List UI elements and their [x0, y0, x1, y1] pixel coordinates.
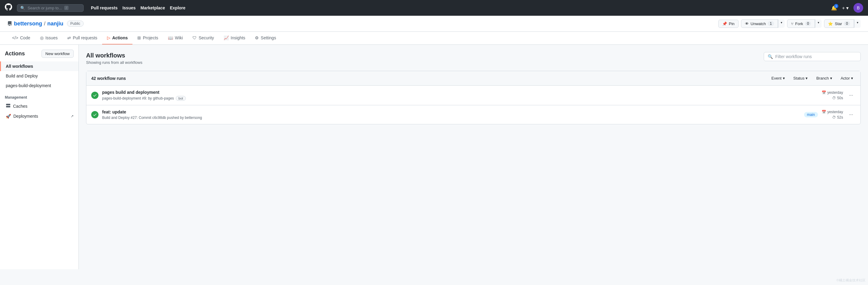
tab-wiki[interactable]: 📖 Wiki [163, 32, 188, 44]
issues-icon: ◎ [40, 35, 44, 40]
run-status-icon-1 [91, 92, 98, 99]
content-title-group: All workflows Showing runs from all work… [86, 52, 143, 65]
sidebar-header: Actions New workflow [0, 49, 79, 62]
management-section-title: Management [0, 91, 79, 101]
run-time-1: 📅 yesterday ⏱ 50s [822, 91, 843, 100]
eye-icon: 👁 [745, 22, 749, 26]
top-navbar: 🔍 Search or jump to... / Pull requests I… [0, 0, 868, 16]
insights-icon: 📈 [224, 35, 229, 40]
sidebar-item-build-deploy[interactable]: Build and Deploy [0, 71, 79, 81]
page-title: All workflows [86, 52, 143, 59]
run-time-label-1: 📅 yesterday [822, 91, 843, 95]
settings-icon: ⚙ [255, 35, 259, 40]
external-link-icon: ↗ [71, 114, 74, 118]
run-branch-badge-2: main [804, 112, 818, 117]
search-placeholder: Search or jump to... [28, 6, 62, 10]
tab-pull-requests[interactable]: ⇄ Pull requests [62, 32, 102, 44]
breadcrumb: bettersong / nanjiu Public [7, 21, 84, 27]
tab-issues[interactable]: ◎ Issues [35, 32, 62, 44]
unwatch-dropdown[interactable]: ▾ [778, 20, 785, 28]
sidebar-item-all-workflows[interactable]: All workflows [0, 62, 79, 71]
fork-group: ⑂ Fork 0 ▾ [787, 20, 822, 28]
search-icon: 🔍 [20, 6, 25, 10]
pin-button[interactable]: 📌 Pin [718, 20, 739, 28]
actions-icon: ▷ [107, 35, 110, 40]
star-button[interactable]: ⭐ Star 0 [824, 20, 854, 28]
repo-separator: / [44, 21, 45, 27]
filter-search-box[interactable]: 🔍 Filter workflow runs [764, 52, 861, 61]
run-duration-1: ⏱ 50s [832, 96, 843, 100]
repo-icon [7, 21, 12, 26]
github-logo[interactable] [5, 3, 12, 12]
projects-icon: ⊞ [137, 35, 141, 40]
fork-icon: ⑂ [791, 22, 794, 26]
sidebar-item-pages-build[interactable]: pages-build-deployment [0, 81, 79, 91]
run-meta-2: Build and Deploy #27: Commit c6c98db pus… [102, 115, 800, 120]
run-more-button-1[interactable]: ··· [847, 92, 856, 99]
navbar-right: 🔔 1 + ▾ B [831, 3, 863, 13]
repo-actions: 📌 Pin 👁 Unwatch 1 ▾ ⑂ Fork 0 ▾ ⭐ Sta [718, 20, 861, 28]
run-time-2: 📅 yesterday ⏱ 52s [822, 110, 843, 119]
run-info-2: feat: update Build and Deploy #27: Commi… [102, 109, 800, 120]
run-time-label-2: 📅 yesterday [822, 110, 843, 114]
repo-name[interactable]: nanjiu [47, 21, 63, 27]
star-dropdown[interactable]: ▾ [854, 20, 861, 28]
star-group: ⭐ Star 0 ▾ [824, 20, 861, 28]
new-workflow-button[interactable]: New workflow [41, 49, 74, 58]
sidebar-item-caches[interactable]: Caches [0, 101, 79, 111]
filter-actor[interactable]: Actor ▾ [838, 75, 856, 82]
wiki-icon: 📖 [168, 35, 173, 40]
deployments-icon: 🚀 [6, 114, 11, 118]
pr-icon: ⇄ [67, 35, 71, 40]
caches-icon [6, 103, 10, 109]
search-slash: / [64, 6, 68, 10]
navbar-link-explore[interactable]: Explore [170, 5, 185, 10]
calendar-icon-1: 📅 [822, 91, 826, 95]
unwatch-button[interactable]: 👁 Unwatch 1 [741, 20, 778, 28]
tab-actions[interactable]: ▷ Actions [102, 32, 132, 44]
actor-dropdown-icon: ▾ [851, 76, 853, 80]
repo-owner[interactable]: bettersong [14, 21, 42, 27]
tab-insights[interactable]: 📈 Insights [219, 32, 250, 44]
filter-status[interactable]: Status ▾ [791, 75, 810, 82]
sidebar: Actions New workflow All workflows Build… [0, 45, 79, 269]
unwatch-group: 👁 Unwatch 1 ▾ [741, 20, 785, 28]
page-subtitle: Showing runs from all workflows [86, 60, 143, 65]
clock-icon-2: ⏱ [832, 115, 836, 119]
filter-search-icon: 🔍 [768, 54, 773, 59]
repo-visibility-badge: Public [67, 21, 84, 27]
filter-placeholder: Filter workflow runs [775, 54, 812, 59]
filter-branch[interactable]: Branch ▾ [814, 75, 834, 82]
tab-projects[interactable]: ⊞ Projects [132, 32, 163, 44]
run-more-button-2[interactable]: ··· [847, 111, 856, 118]
run-item-feat-update[interactable]: feat: update Build and Deploy #27: Commi… [86, 105, 861, 124]
sidebar-title: Actions [5, 50, 25, 57]
fork-button[interactable]: ⑂ Fork 0 [787, 20, 815, 28]
runs-header: 42 workflow runs Event ▾ Status ▾ Branch… [86, 71, 861, 85]
clock-icon-1: ⏱ [832, 96, 836, 100]
fork-dropdown[interactable]: ▾ [815, 20, 822, 28]
repo-header: bettersong / nanjiu Public 📌 Pin 👁 Unwat… [0, 16, 868, 32]
calendar-icon-2: 📅 [822, 110, 826, 114]
content-header: All workflows Showing runs from all work… [86, 52, 861, 65]
create-button[interactable]: + ▾ [842, 5, 848, 11]
user-avatar[interactable]: B [854, 3, 863, 13]
sidebar-item-deployments[interactable]: 🚀 Deployments ↗ [0, 111, 79, 121]
tab-settings[interactable]: ⚙ Settings [250, 32, 281, 44]
navbar-link-marketplace[interactable]: Marketplace [141, 5, 165, 10]
navbar-link-issues[interactable]: Issues [122, 5, 136, 10]
run-item-pages-build[interactable]: pages build and deployment pages-build-d… [86, 85, 861, 105]
notification-bell[interactable]: 🔔 1 [831, 5, 837, 11]
run-meta-1: pages-build-deployment #9: by github-pag… [102, 96, 818, 101]
tab-code[interactable]: </> Code [7, 32, 35, 44]
branch-dropdown-icon: ▾ [830, 76, 832, 80]
navbar-link-pull-requests[interactable]: Pull requests [91, 5, 118, 10]
runs-filters: Event ▾ Status ▾ Branch ▾ Actor ▾ [769, 75, 856, 82]
runs-container: 42 workflow runs Event ▾ Status ▾ Branch… [86, 71, 861, 124]
status-dropdown-icon: ▾ [806, 76, 808, 80]
run-info-1: pages build and deployment pages-build-d… [102, 90, 818, 101]
search-box[interactable]: 🔍 Search or jump to... / [17, 4, 84, 12]
tab-security[interactable]: 🛡 Security [188, 32, 219, 44]
pin-icon: 📌 [722, 22, 727, 26]
filter-event[interactable]: Event ▾ [769, 75, 787, 82]
